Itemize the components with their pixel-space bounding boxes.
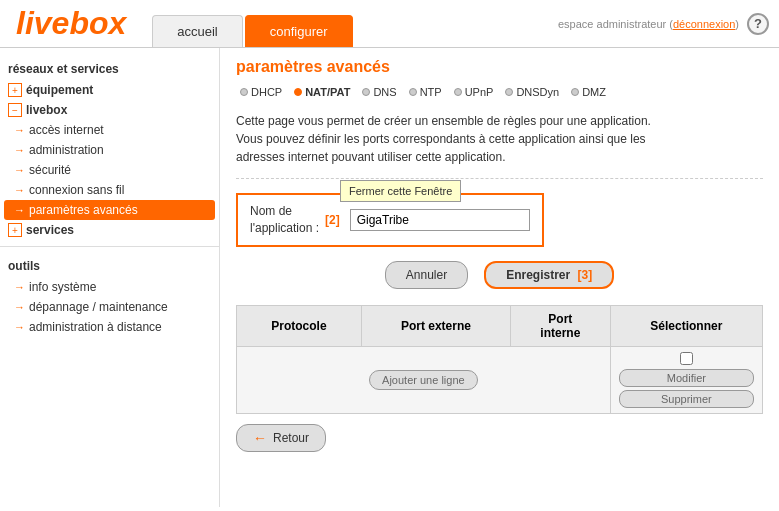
tab-dnsdyn[interactable]: DNSDyn	[501, 84, 563, 100]
add-line-button[interactable]: Ajouter une ligne	[369, 370, 478, 390]
sidebar-item-params[interactable]: → paramètres avancés	[4, 200, 215, 220]
tab-configurer[interactable]: configurer	[245, 15, 353, 47]
arrow-icon: →	[14, 301, 25, 313]
tab-dot	[409, 88, 417, 96]
modifier-button[interactable]: Modifier	[619, 369, 754, 387]
plus-icon: +	[8, 83, 22, 97]
col-protocole: Protocole	[237, 305, 362, 346]
plus-icon: +	[8, 223, 22, 237]
tab-dot	[571, 88, 579, 96]
form-row: Nom del'application : [2]	[236, 193, 763, 247]
sidebar-item-connexion[interactable]: → connexion sans fil	[0, 180, 219, 200]
sidebar: réseaux et services + équipement − liveb…	[0, 48, 220, 507]
deconnexion-link[interactable]: déconnexion	[673, 18, 735, 30]
rules-table: Protocole Port externe Portinterne Sélec…	[236, 305, 763, 414]
sidebar-item-livebox[interactable]: − livebox	[0, 100, 219, 120]
tab-dmz[interactable]: DMZ	[567, 84, 610, 100]
tab-ntp[interactable]: NTP	[405, 84, 446, 100]
logo: livebox	[0, 0, 142, 47]
sidebar-item-securite[interactable]: → sécurité	[0, 160, 219, 180]
col-port-interne: Portinterne	[510, 305, 610, 346]
arrow-icon: →	[14, 184, 25, 196]
sidebar-item-equipement[interactable]: + équipement	[0, 80, 219, 100]
table-row: Ajouter une ligne Modifier Supprimer	[237, 346, 763, 413]
col-port-externe: Port externe	[361, 305, 510, 346]
save-marker: [3]	[578, 268, 593, 282]
tab-dot	[454, 88, 462, 96]
supprimer-button[interactable]: Supprimer	[619, 390, 754, 408]
sidebar-section-reseaux: réseaux et services	[0, 56, 219, 80]
back-button[interactable]: ← Retour	[236, 424, 326, 452]
col-selectionner: Sélectionner	[610, 305, 762, 346]
arrow-icon: →	[14, 144, 25, 156]
action-buttons: Modifier Supprimer	[619, 369, 754, 408]
sidebar-item-services[interactable]: + services	[0, 220, 219, 240]
tab-dot	[362, 88, 370, 96]
back-button-row: ← Retour	[236, 424, 763, 452]
description: Cette page vous permet de créer un ensem…	[236, 112, 763, 179]
page-title: paramètres avancés	[236, 58, 763, 76]
sidebar-section-outils: outils	[0, 253, 219, 277]
tab-natpat[interactable]: NAT/PAT	[290, 84, 354, 100]
nav-tabs: DHCP NAT/PAT DNS NTP UPnP	[236, 84, 763, 100]
admin-text: espace administrateur (déconnexion)	[558, 18, 739, 30]
app-name-input[interactable]	[350, 209, 530, 231]
tab-accueil[interactable]: accueil	[152, 15, 242, 47]
tooltip-box[interactable]: Fermer cette Fenêtre	[340, 180, 461, 202]
sidebar-item-admin-distance[interactable]: → administration à distance	[0, 317, 219, 337]
arrow-icon: →	[14, 204, 25, 216]
main-content: paramètres avancés DHCP NAT/PAT DNS NT	[220, 48, 779, 507]
help-button[interactable]: ?	[747, 13, 769, 35]
add-line-cell: Ajouter une ligne	[237, 346, 611, 413]
tab-dot	[240, 88, 248, 96]
row-checkbox[interactable]	[680, 352, 693, 365]
tab-dhcp[interactable]: DHCP	[236, 84, 286, 100]
save-button[interactable]: Enregistrer [3]	[484, 261, 614, 289]
arrow-icon: →	[14, 281, 25, 293]
marker-2: [2]	[325, 213, 340, 227]
arrow-icon: →	[14, 164, 25, 176]
tab-dns[interactable]: DNS	[358, 84, 400, 100]
button-row: Annuler Enregistrer [3]	[236, 261, 763, 289]
sidebar-item-acces[interactable]: → accès internet	[0, 120, 219, 140]
sidebar-item-info[interactable]: → info système	[0, 277, 219, 297]
sidebar-item-admin[interactable]: → administration	[0, 140, 219, 160]
tab-dot	[505, 88, 513, 96]
back-arrow-icon: ←	[253, 430, 267, 446]
tab-dot	[294, 88, 302, 96]
arrow-icon: →	[14, 124, 25, 136]
action-cell: Modifier Supprimer	[610, 346, 762, 413]
minus-icon: −	[8, 103, 22, 117]
cancel-button[interactable]: Annuler	[385, 261, 468, 289]
app-name-label: Nom del'application :	[250, 203, 319, 237]
tab-upnp[interactable]: UPnP	[450, 84, 498, 100]
sidebar-item-depannage[interactable]: → dépannage / maintenance	[0, 297, 219, 317]
arrow-icon: →	[14, 321, 25, 333]
